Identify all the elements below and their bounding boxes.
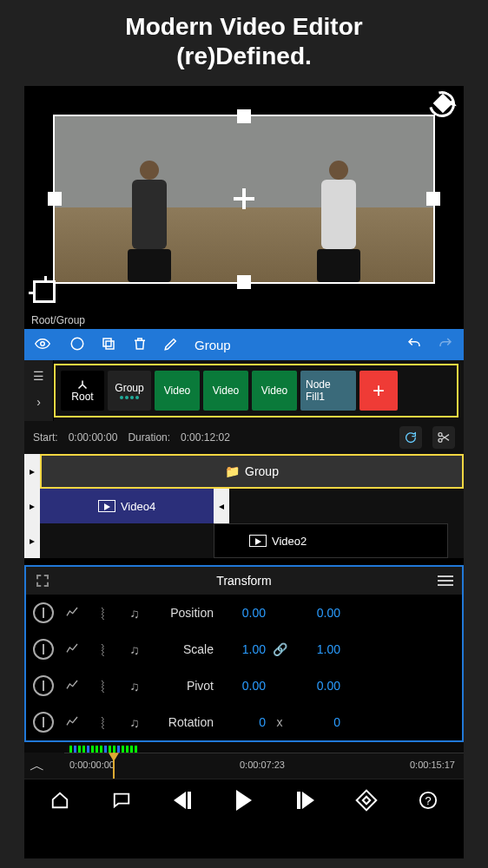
track-expand-icon[interactable]: ▸ xyxy=(24,454,40,489)
timeline-tracks: ▸ 📁 Group ▸ Video4 ◂ ▸ Video2 xyxy=(24,454,464,558)
undo-icon[interactable] xyxy=(406,336,422,354)
transform-bounds-icon[interactable] xyxy=(35,573,50,589)
layer-chips: Root Group Video Video Video Node Fill1 … xyxy=(54,364,458,418)
collapse-ruler-icon[interactable]: ︿ xyxy=(30,755,64,776)
property-label: Pivot xyxy=(153,679,214,693)
figure-person-1 xyxy=(119,161,180,282)
video-chip-1[interactable]: Video xyxy=(155,371,200,411)
resize-handle-bottom[interactable] xyxy=(237,275,251,289)
home-button[interactable] xyxy=(43,783,77,818)
edit-icon[interactable] xyxy=(163,336,179,354)
redo-icon[interactable] xyxy=(438,336,453,354)
layer-chips-row: ☰ › Root Group Video Video Video Node Fi… xyxy=(24,360,464,421)
resize-handle-top[interactable] xyxy=(237,109,251,123)
property-value-y[interactable]: 0 xyxy=(293,715,340,729)
stopwatch-icon[interactable] xyxy=(33,639,54,660)
video2-clip[interactable]: Video2 xyxy=(214,523,448,558)
resize-handle-right[interactable] xyxy=(426,192,440,206)
transform-row-scale: ⦚♫Scale1.00🔗1.00 xyxy=(26,631,462,667)
property-value-x[interactable]: 1.00 xyxy=(219,642,266,656)
wave-icon[interactable]: ⦚ xyxy=(90,673,116,699)
keyframe-markers xyxy=(24,746,464,753)
link-axes-icon[interactable]: 🔗 xyxy=(271,642,288,656)
graph-icon[interactable] xyxy=(59,709,85,735)
property-label: Rotation xyxy=(153,715,214,729)
svg-text:?: ? xyxy=(425,793,431,806)
video2-track[interactable]: ▸ Video2 xyxy=(24,523,464,558)
music-icon[interactable]: ♫ xyxy=(122,673,148,699)
music-icon[interactable]: ♫ xyxy=(122,636,148,662)
property-value-y[interactable]: 0.00 xyxy=(293,606,340,620)
preview-canvas[interactable] xyxy=(24,86,464,312)
crop-icon[interactable] xyxy=(33,280,56,303)
video4-track[interactable]: ▸ Video4 ◂ xyxy=(24,489,464,523)
start-value[interactable]: 0:00:00:00 xyxy=(69,431,118,444)
music-icon[interactable]: ♫ xyxy=(122,709,148,735)
marketing-headline: Modern Video Editor (re)Defined. xyxy=(0,0,488,86)
video4-label: Video4 xyxy=(121,500,155,513)
property-value-x[interactable]: 0 xyxy=(219,715,266,729)
premium-button[interactable] xyxy=(349,783,384,818)
headline-line2: (re)Defined. xyxy=(9,42,479,71)
stopwatch-icon[interactable] xyxy=(33,602,54,623)
graph-icon[interactable] xyxy=(59,600,85,626)
music-icon[interactable]: ♫ xyxy=(122,600,148,626)
list-tab-icon[interactable]: ☰ xyxy=(29,365,49,386)
trash-icon[interactable] xyxy=(132,336,148,354)
help-button[interactable]: ? xyxy=(411,783,445,818)
svg-point-4 xyxy=(439,433,442,437)
headline-line1: Modern Video Editor xyxy=(9,12,479,42)
graph-icon[interactable] xyxy=(59,636,85,662)
video-chip-2[interactable]: Video xyxy=(203,371,248,411)
transform-panel: Transform ⦚♫Position0.000.00⦚♫Scale1.00🔗… xyxy=(24,565,464,742)
ruler-time-1: 0:00:07:23 xyxy=(240,760,285,770)
duration-value[interactable]: 0:00:12:02 xyxy=(181,431,230,444)
track-expand-icon[interactable]: ▸ xyxy=(24,489,40,523)
link-axes-icon[interactable]: x xyxy=(271,715,288,729)
svg-point-0 xyxy=(41,341,45,345)
resize-handle-left[interactable] xyxy=(48,192,62,206)
group-track-label: Group xyxy=(245,464,279,478)
property-value-x[interactable]: 0.00 xyxy=(219,679,266,693)
visibility-icon[interactable] xyxy=(35,336,54,354)
group-track-bar[interactable]: 📁 Group xyxy=(40,454,464,489)
group-chip-dots-icon xyxy=(120,396,139,399)
step-back-button[interactable] xyxy=(165,783,200,818)
selection-frame[interactable] xyxy=(53,115,435,284)
step-forward-button[interactable] xyxy=(288,783,323,818)
transform-row-rotation: ⦚♫Rotation0x0 xyxy=(26,704,462,740)
figure-person-2 xyxy=(308,161,369,282)
breadcrumb: Root/Group xyxy=(24,312,464,329)
duplicate-icon[interactable] xyxy=(101,336,116,354)
wave-icon[interactable]: ⦚ xyxy=(90,600,116,626)
group-chip[interactable]: Group xyxy=(108,371,151,411)
expand-tab-icon[interactable]: › xyxy=(29,391,49,412)
wave-icon[interactable]: ⦚ xyxy=(90,709,116,735)
clip-end-handle[interactable]: ◂ xyxy=(214,489,229,523)
property-value-x[interactable]: 0.00 xyxy=(219,606,266,620)
track-expand-icon[interactable]: ▸ xyxy=(24,523,40,558)
time-ruler[interactable]: ︿ 0:00:00:00 0:00:07:23 0:00:15:17 xyxy=(24,753,464,779)
graph-icon[interactable] xyxy=(59,673,85,699)
property-value-y[interactable]: 0.00 xyxy=(293,679,340,693)
root-chip[interactable]: Root xyxy=(61,371,104,411)
circle-icon[interactable] xyxy=(69,336,85,354)
stopwatch-icon[interactable] xyxy=(33,712,54,733)
svg-rect-3 xyxy=(103,339,111,346)
video4-clip[interactable]: Video4 xyxy=(40,489,214,523)
scissors-icon[interactable] xyxy=(432,426,455,449)
comment-button[interactable] xyxy=(104,783,139,818)
play-button[interactable] xyxy=(227,783,261,818)
property-value-y[interactable]: 1.00 xyxy=(293,642,340,656)
reset-icon[interactable] xyxy=(399,426,422,449)
wave-icon[interactable]: ⦚ xyxy=(90,636,116,662)
stopwatch-icon[interactable] xyxy=(33,675,54,696)
group-track[interactable]: ▸ 📁 Group xyxy=(24,454,464,489)
duration-label: Duration: xyxy=(128,431,170,444)
hamburger-menu-icon[interactable] xyxy=(438,575,453,586)
video-chip-3[interactable]: Video xyxy=(252,371,297,411)
add-layer-button[interactable]: + xyxy=(359,371,398,411)
folder-icon: 📁 xyxy=(225,464,240,478)
node-fill-chip[interactable]: Node Fill1 xyxy=(300,371,356,411)
playhead[interactable] xyxy=(113,753,115,779)
